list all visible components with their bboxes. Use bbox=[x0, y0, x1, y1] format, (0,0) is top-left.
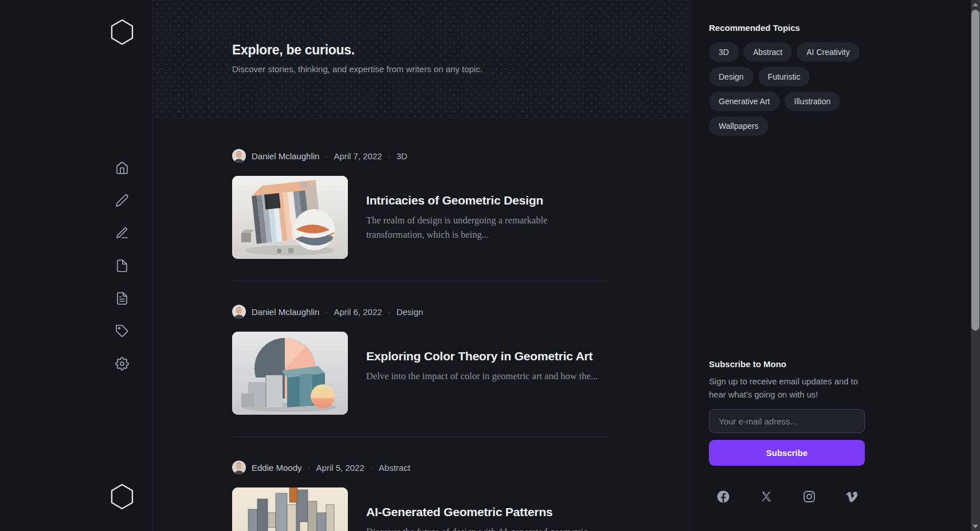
article-feed: Daniel Mclaughlin · April 7, 2022 · 3D bbox=[153, 119, 609, 531]
article-body: AI-Generated Geometric Patterns Discover… bbox=[232, 487, 609, 531]
article-thumbnail[interactable] bbox=[232, 487, 348, 531]
article-date: April 5, 2022 bbox=[316, 463, 364, 473]
page-title: Explore, be curious. bbox=[232, 41, 689, 58]
topic-tag-list: 3D Abstract AI Creativity Design Futuris… bbox=[709, 42, 865, 136]
article-category[interactable]: 3D bbox=[397, 151, 407, 161]
topic-tag[interactable]: Illustration bbox=[785, 92, 841, 111]
topic-tag[interactable]: Abstract bbox=[743, 42, 792, 62]
nav-settings-button[interactable] bbox=[115, 357, 129, 371]
article-content: Intricacies of Geometric Design The real… bbox=[366, 176, 609, 259]
topic-tag[interactable]: Generative Art bbox=[709, 92, 780, 111]
recommended-topics: Recommended Topics 3D Abstract AI Creati… bbox=[709, 23, 865, 136]
nav-home-button[interactable] bbox=[115, 161, 129, 175]
subscribe-button[interactable]: Subscribe bbox=[709, 440, 865, 466]
site-logo[interactable] bbox=[109, 18, 135, 46]
footer-logo[interactable] bbox=[109, 483, 135, 510]
article-card: Daniel Mclaughlin · April 6, 2022 · Desi… bbox=[232, 305, 609, 415]
arrow-up-icon bbox=[973, 3, 978, 6]
article-body: Exploring Color Theory in Geometric Art … bbox=[232, 332, 609, 415]
article-divider bbox=[232, 281, 609, 281]
topic-tag[interactable]: Wallpapers bbox=[709, 116, 769, 136]
arrow-down-icon bbox=[973, 525, 978, 528]
nav-tags-button[interactable] bbox=[115, 324, 129, 338]
meta-separator: · bbox=[388, 307, 391, 317]
meta-separator: · bbox=[370, 463, 373, 473]
page-subtitle: Discover stories, thinking, and expertis… bbox=[232, 63, 689, 76]
facebook-icon bbox=[716, 495, 730, 505]
topics-heading: Recommended Topics bbox=[709, 23, 865, 33]
x-icon bbox=[759, 495, 773, 505]
subscribe-description: Sign up to receive email updates and to … bbox=[709, 375, 865, 402]
article-meta: Daniel Mclaughlin · April 6, 2022 · Desi… bbox=[232, 305, 609, 318]
vimeo-link[interactable] bbox=[845, 490, 859, 504]
tag-icon bbox=[115, 324, 129, 338]
article-card: Eddie Moody · April 5, 2022 · Abstract bbox=[232, 461, 609, 531]
nav-posts-button[interactable] bbox=[115, 292, 129, 305]
sidebar-nav bbox=[115, 161, 129, 371]
right-sidebar: Recommended Topics 3D Abstract AI Creati… bbox=[690, 0, 971, 531]
settings-icon bbox=[115, 357, 129, 371]
article-body: Intricacies of Geometric Design The real… bbox=[232, 176, 609, 259]
article-content: Exploring Color Theory in Geometric Art … bbox=[366, 332, 609, 415]
home-icon bbox=[115, 161, 129, 175]
topic-tag[interactable]: Design bbox=[709, 67, 754, 86]
scrollbar-down-button[interactable] bbox=[971, 522, 980, 531]
file-text-icon bbox=[115, 292, 129, 305]
article-thumbnail[interactable] bbox=[232, 332, 348, 415]
pen-icon bbox=[115, 194, 129, 207]
article-excerpt: Discover the future of design with AI-ge… bbox=[366, 525, 601, 531]
vimeo-icon bbox=[845, 495, 859, 505]
article-excerpt: Delve into the impact of color in geomet… bbox=[366, 369, 601, 383]
article-divider bbox=[232, 436, 609, 437]
scrollbar-thumb[interactable] bbox=[971, 10, 979, 331]
hexagon-icon bbox=[109, 502, 135, 512]
subscribe-heading: Subscribe to Mono bbox=[709, 359, 865, 369]
article-title[interactable]: AI-Generated Geometric Patterns bbox=[366, 505, 609, 520]
topic-tag[interactable]: Futuristic bbox=[758, 67, 810, 86]
scrollbar-up-button[interactable] bbox=[971, 0, 980, 9]
instagram-icon bbox=[802, 495, 816, 505]
facebook-link[interactable] bbox=[716, 490, 730, 504]
meta-separator: · bbox=[325, 151, 328, 161]
pen-line-icon bbox=[115, 226, 129, 240]
left-sidebar bbox=[0, 0, 153, 531]
file-icon bbox=[115, 259, 129, 273]
article-card: Daniel Mclaughlin · April 7, 2022 · 3D bbox=[232, 149, 609, 259]
hero-banner: Explore, be curious. Discover stories, t… bbox=[153, 0, 689, 119]
hexagon-icon bbox=[109, 38, 135, 48]
main-content: Explore, be curious. Discover stories, t… bbox=[153, 0, 690, 531]
meta-separator: · bbox=[325, 307, 328, 317]
nav-edit-button[interactable] bbox=[115, 226, 129, 240]
social-links bbox=[716, 490, 859, 504]
author-name[interactable]: Daniel Mclaughlin bbox=[252, 151, 319, 161]
article-title[interactable]: Exploring Color Theory in Geometric Art bbox=[366, 349, 609, 364]
article-meta: Eddie Moody · April 5, 2022 · Abstract bbox=[232, 461, 609, 474]
author-avatar[interactable] bbox=[232, 149, 246, 163]
article-category[interactable]: Design bbox=[397, 307, 424, 317]
article-category[interactable]: Abstract bbox=[379, 463, 410, 473]
nav-page-button[interactable] bbox=[115, 259, 129, 273]
article-thumbnail[interactable] bbox=[232, 176, 348, 259]
article-title[interactable]: Intricacies of Geometric Design bbox=[366, 193, 609, 208]
article-date: April 6, 2022 bbox=[334, 307, 382, 317]
article-content: AI-Generated Geometric Patterns Discover… bbox=[366, 487, 609, 531]
article-date: April 7, 2022 bbox=[334, 151, 382, 161]
nav-write-button[interactable] bbox=[115, 194, 129, 207]
article-meta: Daniel Mclaughlin · April 7, 2022 · 3D bbox=[232, 149, 609, 163]
subscribe-panel: Subscribe to Mono Sign up to receive ema… bbox=[709, 359, 865, 466]
browser-scrollbar bbox=[971, 0, 980, 531]
x-link[interactable] bbox=[759, 490, 773, 504]
email-input[interactable] bbox=[709, 409, 865, 433]
topic-tag[interactable]: 3D bbox=[709, 42, 739, 62]
meta-separator: · bbox=[308, 463, 311, 473]
author-avatar[interactable] bbox=[232, 461, 246, 474]
author-name[interactable]: Eddie Moody bbox=[252, 463, 302, 473]
article-excerpt: The realm of design is undergoing a rema… bbox=[366, 213, 601, 242]
author-avatar[interactable] bbox=[232, 305, 246, 318]
instagram-link[interactable] bbox=[802, 490, 816, 504]
meta-separator: · bbox=[388, 151, 391, 161]
author-name[interactable]: Daniel Mclaughlin bbox=[252, 307, 319, 317]
topic-tag[interactable]: AI Creativity bbox=[797, 42, 859, 62]
